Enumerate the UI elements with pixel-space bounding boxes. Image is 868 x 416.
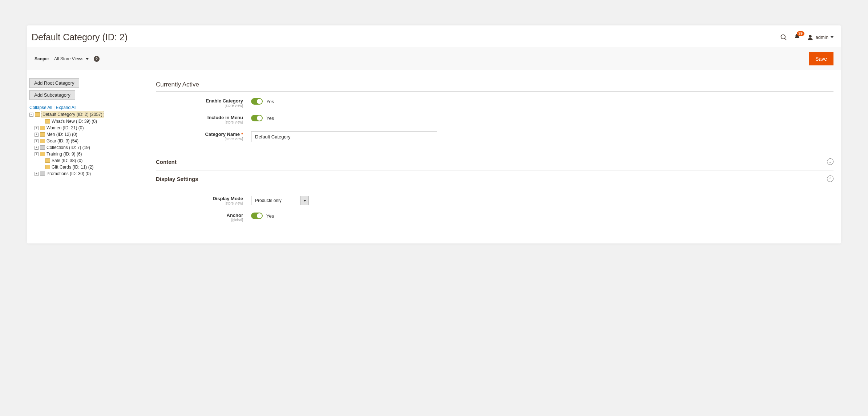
field-include-menu: Include in Menu [store view] Yes: [156, 115, 833, 124]
user-menu[interactable]: admin: [807, 34, 833, 41]
folder-icon: [40, 132, 45, 137]
chevron-down-icon: ⌄: [827, 158, 833, 165]
form-main: Currently Active Enable Category [store …: [156, 78, 839, 229]
tree-node-gear[interactable]: Gear (ID: 3) (54): [47, 138, 78, 144]
expander-icon[interactable]: +: [35, 146, 39, 150]
scope-label: Scope:: [35, 56, 49, 61]
field-label: Display Mode: [156, 196, 243, 201]
select-value: Products only: [251, 196, 300, 205]
field-hint: [store view]: [156, 104, 243, 108]
svg-point-2: [809, 35, 812, 38]
field-hint: [store view]: [156, 201, 243, 205]
tree-node-promotions[interactable]: Promotions (ID: 30) (0): [47, 170, 91, 177]
page-title: Default Category (ID: 2): [32, 32, 128, 43]
expander-icon[interactable]: +: [35, 133, 39, 137]
help-icon[interactable]: ?: [94, 56, 100, 62]
field-display-mode: Display Mode [store view] Products only: [156, 196, 833, 205]
anchor-toggle[interactable]: [251, 213, 263, 219]
enable-category-toggle[interactable]: [251, 98, 263, 105]
category-tree: − Default Category (ID: 2) (2057) What's…: [29, 111, 149, 177]
section-title: Display Settings: [156, 176, 198, 182]
field-label: Anchor: [156, 213, 243, 218]
category-name-input[interactable]: [251, 132, 437, 142]
tree-node-whats-new[interactable]: What's New (ID: 39) (0): [52, 118, 97, 125]
folder-icon: [35, 112, 40, 117]
field-hint: [store view]: [156, 120, 243, 124]
folder-icon: [45, 119, 50, 124]
tree-node-training[interactable]: Training (ID: 9) (6): [47, 151, 82, 157]
section-currently-active: Currently Active: [156, 81, 833, 88]
expander-icon[interactable]: −: [29, 113, 33, 117]
field-hint: [global]: [156, 218, 243, 222]
add-root-category-button[interactable]: Add Root Category: [29, 78, 79, 88]
field-label: Include in Menu: [156, 115, 243, 120]
tree-actions: Collapse All | Expand All: [29, 105, 149, 110]
expander-icon[interactable]: +: [35, 139, 39, 143]
save-button[interactable]: Save: [809, 52, 833, 65]
add-subcategory-button[interactable]: Add Subcategory: [29, 90, 75, 100]
field-anchor: Anchor [global] Yes: [156, 213, 833, 222]
display-mode-select[interactable]: Products only: [251, 196, 309, 205]
folder-icon: [40, 145, 45, 150]
section-content-toggle[interactable]: Content ⌄: [156, 153, 833, 170]
divider: [156, 91, 833, 92]
folder-icon: [40, 126, 45, 130]
expander-icon[interactable]: +: [35, 172, 39, 176]
main-panel: Default Category (ID: 2) 39 admin Scope:…: [27, 25, 841, 243]
expander-icon[interactable]: +: [35, 152, 39, 156]
user-name: admin: [816, 35, 828, 40]
notification-badge: 39: [797, 31, 804, 36]
field-hint: [store view]: [156, 137, 243, 141]
chevron-up-icon: ⌃: [827, 175, 833, 182]
toggle-value: Yes: [266, 116, 274, 121]
folder-icon: [45, 165, 50, 169]
folder-icon: [45, 158, 50, 163]
notifications-button[interactable]: 39: [794, 33, 800, 41]
expander-icon[interactable]: +: [35, 126, 39, 130]
svg-line-1: [784, 38, 786, 40]
caret-down-icon: [831, 36, 833, 38]
caret-down-icon: [300, 196, 308, 205]
tree-node-gift-cards[interactable]: Gift Cards (ID: 11) (2): [52, 164, 93, 170]
header-tools: 39 admin: [780, 33, 833, 41]
field-enable-category: Enable Category [store view] Yes: [156, 98, 833, 108]
search-icon[interactable]: [780, 34, 787, 41]
field-label: Enable Category: [156, 98, 243, 104]
include-menu-toggle[interactable]: [251, 115, 263, 121]
tree-node-collections[interactable]: Collections (ID: 7) (19): [47, 144, 90, 151]
collapse-all-link[interactable]: Collapse All: [29, 105, 52, 110]
section-display-toggle[interactable]: Display Settings ⌃: [156, 170, 833, 187]
required-indicator: *: [241, 132, 243, 137]
category-sidebar: Add Root Category Add Subcategory Collap…: [29, 78, 149, 229]
scope-select[interactable]: All Store Views: [54, 56, 88, 61]
tree-node-default-category[interactable]: Default Category (ID: 2) (2057): [41, 111, 104, 118]
svg-point-0: [781, 35, 785, 39]
scope-bar: Scope: All Store Views ? Save: [27, 48, 841, 70]
expand-all-link[interactable]: Expand All: [56, 105, 77, 110]
page-header: Default Category (ID: 2) 39 admin: [27, 25, 841, 48]
section-title: Content: [156, 159, 177, 165]
toggle-value: Yes: [266, 99, 274, 104]
folder-icon: [40, 171, 45, 176]
folder-icon: [40, 139, 45, 143]
field-label: Category Name: [205, 132, 240, 137]
caret-down-icon: [86, 58, 89, 60]
folder-icon: [40, 152, 45, 156]
tree-node-women[interactable]: Women (ID: 21) (0): [47, 125, 84, 131]
field-category-name: Category Name* [store view]: [156, 132, 833, 142]
toggle-value: Yes: [266, 213, 274, 219]
tree-node-sale[interactable]: Sale (ID: 38) (0): [52, 157, 82, 164]
tree-node-men[interactable]: Men (ID: 12) (0): [47, 131, 77, 138]
